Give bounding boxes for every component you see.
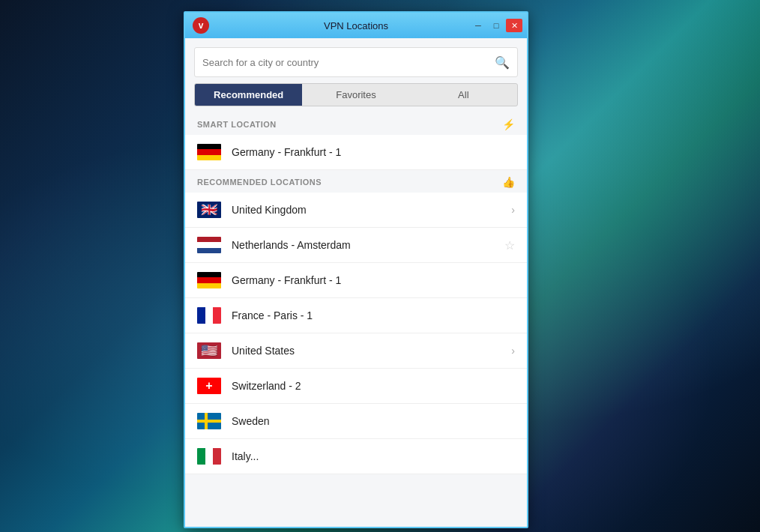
flag-de [197,272,221,288]
vpn-window: v VPN Locations ─ □ ✕ 🔍 Recommended Favo… [184,11,528,528]
minimize-button[interactable]: ─ [470,19,486,32]
item-name-ch: Switzerland - 2 [232,380,515,392]
item-name-uk: United Kingdom [232,204,511,216]
flag-ch [197,378,221,394]
tab-favorites[interactable]: Favorites [302,84,409,106]
smart-location-label: SMART LOCATION [197,120,277,129]
item-name-it: Italy... [232,450,515,462]
list-item-ch[interactable]: Switzerland - 2 [185,369,527,404]
close-button[interactable]: ✕ [506,19,522,32]
tab-recommended[interactable]: Recommended [195,84,302,106]
thumbsup-icon: 👍 [502,176,515,188]
flag-fr [197,307,221,324]
smart-location-name: Germany - Frankfurt - 1 [232,146,515,158]
search-bar[interactable]: 🔍 [194,47,518,77]
item-name-se: Sweden [232,415,515,427]
flag-nl [197,237,221,253]
item-name-de: Germany - Frankfurt - 1 [232,274,515,286]
lightning-icon: ⚡ [502,118,515,130]
window-content: 🔍 Recommended Favorites All SMART LOCATI… [185,38,527,527]
tabs-bar: Recommended Favorites All [194,83,518,106]
list-item-de[interactable]: Germany - Frankfurt - 1 [185,263,527,298]
list-item-us[interactable]: United States › [185,333,527,369]
window-title: VPN Locations [324,20,388,31]
list-item-uk[interactable]: United Kingdom › [185,193,527,228]
window-controls: ─ □ ✕ [470,19,522,32]
arrow-icon-uk: › [511,204,515,216]
flag-germany-smart [197,144,221,160]
item-name-fr: France - Paris - 1 [232,309,515,321]
smart-location-item[interactable]: Germany - Frankfurt - 1 [185,135,527,170]
maximize-button[interactable]: □ [488,19,504,32]
search-input[interactable] [202,57,495,68]
smart-location-header: SMART LOCATION ⚡ [185,112,527,135]
flag-it [197,448,221,465]
flag-us [197,342,221,359]
search-icon: 🔍 [495,55,510,70]
arrow-icon-us: › [511,345,515,357]
list-item-nl[interactable]: Netherlands - Amsterdam ☆ [185,228,527,263]
item-name-nl: Netherlands - Amsterdam [232,239,504,251]
tab-all[interactable]: All [410,84,517,106]
flag-uk [197,202,221,218]
app-logo: v [193,17,209,34]
list-item-se[interactable]: Sweden [185,404,527,439]
recommended-locations-header: RECOMMENDED LOCATIONS 👍 [185,170,527,193]
locations-list: SMART LOCATION ⚡ Germany - Frankfurt - 1… [185,112,527,527]
star-icon-nl[interactable]: ☆ [504,238,515,253]
flag-se [197,413,221,429]
list-item-fr[interactable]: France - Paris - 1 [185,298,527,333]
list-item-it[interactable]: Italy... [185,439,527,474]
item-name-us: United States [232,345,511,357]
titlebar: v VPN Locations ─ □ ✕ [185,13,527,38]
recommended-locations-label: RECOMMENDED LOCATIONS [197,178,322,187]
logo-symbol: v [199,20,204,31]
